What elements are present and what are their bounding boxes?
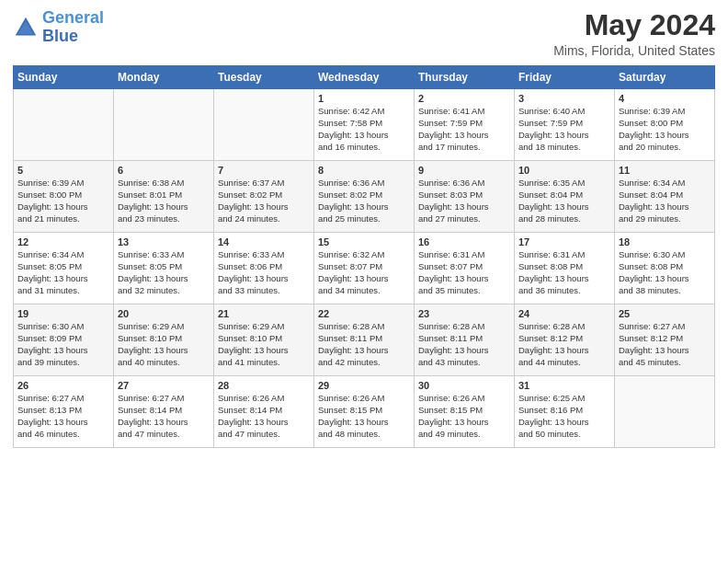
title-block: May 2024 Mims, Florida, United States (553, 9, 715, 58)
day-number: 11 (619, 165, 711, 176)
day-number: 23 (418, 308, 510, 319)
logo-icon (13, 15, 39, 40)
day-number: 4 (619, 93, 711, 104)
week-row-1: 1Sunrise: 6:42 AM Sunset: 7:58 PM Daylig… (14, 89, 715, 161)
calendar-cell: 5Sunrise: 6:39 AM Sunset: 8:00 PM Daylig… (14, 161, 114, 233)
cell-info: Sunrise: 6:33 AM Sunset: 8:05 PM Dayligh… (118, 249, 210, 296)
day-header-saturday: Saturday (615, 66, 715, 89)
day-number: 20 (118, 308, 210, 319)
calendar-cell: 19Sunrise: 6:30 AM Sunset: 8:09 PM Dayli… (14, 304, 114, 376)
cell-info: Sunrise: 6:26 AM Sunset: 8:14 PM Dayligh… (218, 393, 310, 440)
day-number: 13 (118, 236, 210, 247)
day-number: 8 (318, 165, 410, 176)
day-number: 26 (17, 380, 109, 391)
calendar-cell: 23Sunrise: 6:28 AM Sunset: 8:11 PM Dayli… (415, 304, 515, 376)
month-title: May 2024 (553, 9, 715, 41)
day-number: 2 (418, 93, 510, 104)
cell-info: Sunrise: 6:40 AM Sunset: 7:59 PM Dayligh… (518, 106, 610, 153)
cell-info: Sunrise: 6:25 AM Sunset: 8:16 PM Dayligh… (518, 393, 610, 440)
day-number: 17 (518, 236, 610, 247)
cell-info: Sunrise: 6:29 AM Sunset: 8:10 PM Dayligh… (118, 321, 210, 368)
cell-info: Sunrise: 6:42 AM Sunset: 7:58 PM Dayligh… (318, 106, 410, 153)
day-number: 28 (218, 380, 310, 391)
calendar-cell: 25Sunrise: 6:27 AM Sunset: 8:12 PM Dayli… (615, 304, 715, 376)
day-number: 22 (318, 308, 410, 319)
day-number: 30 (418, 380, 510, 391)
week-row-5: 26Sunrise: 6:27 AM Sunset: 8:13 PM Dayli… (14, 376, 715, 448)
logo: General Blue (13, 9, 104, 46)
calendar-cell: 6Sunrise: 6:38 AM Sunset: 8:01 PM Daylig… (114, 161, 214, 233)
cell-info: Sunrise: 6:32 AM Sunset: 8:07 PM Dayligh… (318, 249, 410, 296)
calendar-cell: 31Sunrise: 6:25 AM Sunset: 8:16 PM Dayli… (515, 376, 615, 448)
calendar-cell: 14Sunrise: 6:33 AM Sunset: 8:06 PM Dayli… (214, 233, 314, 304)
cell-info: Sunrise: 6:36 AM Sunset: 8:03 PM Dayligh… (418, 178, 510, 224)
calendar-cell: 13Sunrise: 6:33 AM Sunset: 8:05 PM Dayli… (114, 233, 214, 304)
cell-info: Sunrise: 6:31 AM Sunset: 8:07 PM Dayligh… (418, 249, 510, 296)
calendar-cell: 21Sunrise: 6:29 AM Sunset: 8:10 PM Dayli… (214, 304, 314, 376)
calendar-cell: 26Sunrise: 6:27 AM Sunset: 8:13 PM Dayli… (14, 376, 114, 448)
day-number: 15 (318, 236, 410, 247)
day-number: 27 (118, 380, 210, 391)
day-header-sunday: Sunday (14, 66, 114, 89)
calendar-cell: 12Sunrise: 6:34 AM Sunset: 8:05 PM Dayli… (14, 233, 114, 304)
calendar-cell: 8Sunrise: 6:36 AM Sunset: 8:02 PM Daylig… (314, 161, 415, 233)
cell-info: Sunrise: 6:30 AM Sunset: 8:08 PM Dayligh… (619, 249, 711, 296)
location: Mims, Florida, United States (553, 43, 715, 58)
header-row: SundayMondayTuesdayWednesdayThursdayFrid… (14, 66, 715, 89)
cell-info: Sunrise: 6:36 AM Sunset: 8:02 PM Dayligh… (318, 178, 410, 224)
cell-info: Sunrise: 6:28 AM Sunset: 8:11 PM Dayligh… (418, 321, 510, 368)
page-container: General Blue May 2024 Mims, Florida, Uni… (0, 0, 728, 457)
day-number: 19 (17, 308, 109, 319)
day-header-thursday: Thursday (415, 66, 515, 89)
calendar-cell: 7Sunrise: 6:37 AM Sunset: 8:02 PM Daylig… (214, 161, 314, 233)
cell-info: Sunrise: 6:27 AM Sunset: 8:14 PM Dayligh… (118, 393, 210, 440)
day-number: 31 (518, 380, 610, 391)
day-number: 24 (518, 308, 610, 319)
cell-info: Sunrise: 6:31 AM Sunset: 8:08 PM Dayligh… (518, 249, 610, 296)
day-number: 10 (518, 165, 610, 176)
calendar-cell: 28Sunrise: 6:26 AM Sunset: 8:14 PM Dayli… (214, 376, 314, 448)
day-number: 29 (318, 380, 410, 391)
day-number: 25 (619, 308, 711, 319)
calendar-cell: 9Sunrise: 6:36 AM Sunset: 8:03 PM Daylig… (415, 161, 515, 233)
calendar-cell: 18Sunrise: 6:30 AM Sunset: 8:08 PM Dayli… (615, 233, 715, 304)
calendar-cell: 22Sunrise: 6:28 AM Sunset: 8:11 PM Dayli… (314, 304, 415, 376)
day-number: 21 (218, 308, 310, 319)
day-header-wednesday: Wednesday (314, 66, 415, 89)
cell-info: Sunrise: 6:30 AM Sunset: 8:09 PM Dayligh… (17, 321, 109, 368)
cell-info: Sunrise: 6:37 AM Sunset: 8:02 PM Dayligh… (218, 178, 310, 224)
calendar-cell: 1Sunrise: 6:42 AM Sunset: 7:58 PM Daylig… (314, 89, 415, 161)
cell-info: Sunrise: 6:29 AM Sunset: 8:10 PM Dayligh… (218, 321, 310, 368)
day-number: 12 (17, 236, 109, 247)
calendar-cell: 17Sunrise: 6:31 AM Sunset: 8:08 PM Dayli… (515, 233, 615, 304)
calendar-cell: 20Sunrise: 6:29 AM Sunset: 8:10 PM Dayli… (114, 304, 214, 376)
cell-info: Sunrise: 6:34 AM Sunset: 8:05 PM Dayligh… (17, 249, 109, 296)
calendar-cell: 29Sunrise: 6:26 AM Sunset: 8:15 PM Dayli… (314, 376, 415, 448)
header: General Blue May 2024 Mims, Florida, Uni… (13, 9, 715, 58)
calendar-cell (214, 89, 314, 161)
cell-info: Sunrise: 6:26 AM Sunset: 8:15 PM Dayligh… (318, 393, 410, 440)
calendar-cell: 11Sunrise: 6:34 AM Sunset: 8:04 PM Dayli… (615, 161, 715, 233)
day-number: 16 (418, 236, 510, 247)
day-number: 1 (318, 93, 410, 104)
cell-info: Sunrise: 6:39 AM Sunset: 8:00 PM Dayligh… (17, 178, 109, 224)
calendar-cell: 30Sunrise: 6:26 AM Sunset: 8:15 PM Dayli… (415, 376, 515, 448)
cell-info: Sunrise: 6:28 AM Sunset: 8:12 PM Dayligh… (518, 321, 610, 368)
calendar-cell (615, 376, 715, 448)
calendar-cell: 24Sunrise: 6:28 AM Sunset: 8:12 PM Dayli… (515, 304, 615, 376)
calendar-cell (14, 89, 114, 161)
calendar-cell: 3Sunrise: 6:40 AM Sunset: 7:59 PM Daylig… (515, 89, 615, 161)
day-number: 18 (619, 236, 711, 247)
day-number: 3 (518, 93, 610, 104)
calendar-cell: 16Sunrise: 6:31 AM Sunset: 8:07 PM Dayli… (415, 233, 515, 304)
cell-info: Sunrise: 6:34 AM Sunset: 8:04 PM Dayligh… (619, 178, 711, 224)
cell-info: Sunrise: 6:27 AM Sunset: 8:13 PM Dayligh… (17, 393, 109, 440)
calendar-cell (114, 89, 214, 161)
cell-info: Sunrise: 6:26 AM Sunset: 8:15 PM Dayligh… (418, 393, 510, 440)
day-number: 9 (418, 165, 510, 176)
calendar-cell: 4Sunrise: 6:39 AM Sunset: 8:00 PM Daylig… (615, 89, 715, 161)
day-number: 5 (17, 165, 109, 176)
calendar-cell: 10Sunrise: 6:35 AM Sunset: 8:04 PM Dayli… (515, 161, 615, 233)
cell-info: Sunrise: 6:39 AM Sunset: 8:00 PM Dayligh… (619, 106, 711, 153)
logo-text: General Blue (42, 9, 104, 46)
